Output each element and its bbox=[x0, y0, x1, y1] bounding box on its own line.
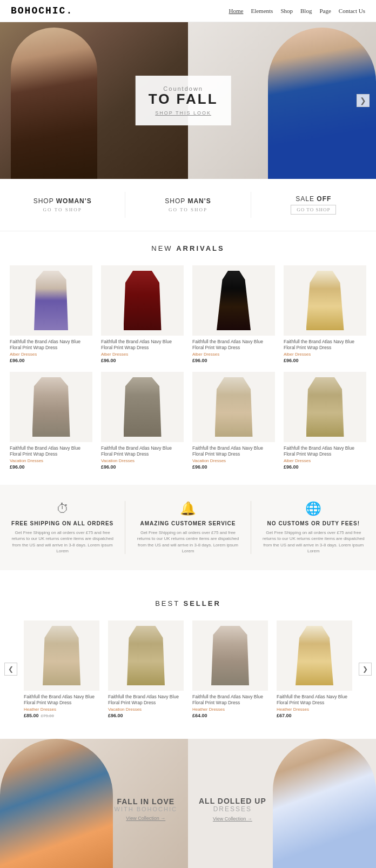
feature-2: 🌐 NO CUSTOMS OR DUTY FEES! Get Free Ship… bbox=[251, 501, 376, 554]
dress-visual-5 bbox=[124, 377, 162, 437]
features-section: ⏱ FREE SHIPPING ON ALL ORDRES Get Free S… bbox=[0, 485, 376, 570]
nav-link-shop[interactable]: Shop bbox=[280, 8, 293, 14]
hero-next-arrow[interactable]: ❯ bbox=[357, 94, 370, 107]
new-arrival-product-3[interactable]: Faithfull the Brand Atlas Navy Blue Flor… bbox=[279, 261, 371, 368]
feature-icon-2: 🌐 bbox=[262, 501, 365, 516]
banner-left-link[interactable]: View Collection → bbox=[115, 816, 177, 821]
shop-categories: SHOP WOMAN'S GO TO SHOP SHOP MAN'S GO TO… bbox=[0, 179, 376, 231]
bestseller-category-0[interactable]: Heather Dresses bbox=[24, 707, 99, 712]
product-price-6: £96.00 bbox=[192, 464, 275, 470]
bestseller-price-1: £96.00 bbox=[108, 713, 184, 718]
bestseller-category-2[interactable]: Heather Dresses bbox=[192, 707, 268, 712]
bestseller-name-2: Faithfull the Brand Atlas Navy Blue Flor… bbox=[192, 694, 268, 706]
bestseller-name-3: Faithfull the Brand Atlas Navy Blue Flor… bbox=[277, 694, 352, 706]
banner-section: FALL IN LOVE WITH BOHOCHIC View Collecti… bbox=[0, 739, 376, 868]
feature-title-1: AMAZING CUSTOMER SERVICE bbox=[136, 520, 239, 526]
product-category-1[interactable]: Alber Dresses bbox=[101, 352, 184, 357]
bestseller-product-3[interactable]: Faithfull the Brand Atlas Navy Blue Flor… bbox=[272, 616, 357, 723]
product-category-0[interactable]: Alber Dresses bbox=[10, 352, 92, 357]
product-image-5 bbox=[101, 372, 184, 442]
banner-left-brand: WITH BOHOCHIC bbox=[115, 806, 177, 812]
new-arrivals-section: NEW ARRIVALS Faithfull the Brand Atlas N… bbox=[0, 231, 376, 474]
feature-title-2: NO CUSTOMS OR DUTY FEES! bbox=[262, 520, 365, 526]
product-name-4: Faithfull the Brand Atlas Navy Blue Flor… bbox=[10, 445, 92, 457]
womans-link[interactable]: GO TO SHOP bbox=[11, 207, 114, 212]
dress-visual-2 bbox=[215, 271, 253, 330]
banner-right-title: ALL DOLLED UP bbox=[199, 797, 266, 805]
product-category-6[interactable]: Vacation Dresses bbox=[192, 458, 275, 463]
new-arrival-product-0[interactable]: Faithfull the Brand Atlas Navy Blue Flor… bbox=[5, 261, 97, 368]
banner-right-link[interactable]: View Collection → bbox=[199, 816, 266, 822]
slider-prev-arrow[interactable]: ❮ bbox=[4, 663, 17, 676]
new-arrival-product-7[interactable]: Faithfull the Brand Atlas Navy Blue Flor… bbox=[279, 368, 371, 474]
product-price-0: £96.00 bbox=[10, 358, 92, 363]
feature-desc-1: Get Free Shipping on all orders over £75… bbox=[136, 530, 239, 554]
nav-link-contact-us[interactable]: Contact Us bbox=[339, 8, 365, 14]
navbar: BOHOCHIC. HomeElementsShopBlogPageContac… bbox=[0, 0, 376, 22]
banner-right-sub: DRESSES bbox=[199, 805, 266, 813]
product-price-3: £96.00 bbox=[284, 358, 366, 363]
product-category-3[interactable]: Alber Dresses bbox=[284, 352, 366, 357]
sale-title: SALE OFF bbox=[262, 195, 365, 203]
sale-button[interactable]: GO TO SHOP bbox=[291, 205, 336, 215]
hero-banner: Countdown TO FALL SHOP THIS LOOK ❯ bbox=[0, 22, 376, 179]
bestseller-dress-0 bbox=[43, 626, 80, 685]
hero-model-left bbox=[11, 28, 97, 179]
mans-link[interactable]: GO TO SHOP bbox=[136, 207, 239, 212]
bestseller-category-3[interactable]: Heather Dresses bbox=[277, 707, 352, 712]
dress-visual-6 bbox=[215, 377, 253, 437]
feature-icon-1: 🔔 bbox=[136, 501, 239, 516]
hero-countdown-big: TO FALL bbox=[149, 92, 218, 106]
dress-visual-0 bbox=[32, 271, 70, 330]
feature-1: 🔔 AMAZING CUSTOMER SERVICE Get Free Ship… bbox=[125, 501, 251, 554]
old-price-0: £79.00 bbox=[41, 713, 54, 718]
bestseller-product-1[interactable]: Faithfull the Brand Atlas Navy Blue Flor… bbox=[104, 616, 188, 723]
product-category-5[interactable]: Vacation Dresses bbox=[101, 458, 184, 463]
bestseller-dress-3 bbox=[296, 626, 333, 685]
bestseller-product-0[interactable]: Faithfull the Brand Atlas Navy Blue Flor… bbox=[19, 616, 104, 723]
bestseller-price-3: £67.00 bbox=[277, 713, 352, 718]
banner-right-model bbox=[273, 739, 376, 868]
new-arrival-product-1[interactable]: Faithfull the Brand Atlas Navy Blue Flor… bbox=[97, 261, 188, 368]
dress-visual-3 bbox=[306, 271, 344, 330]
hero-text-box: Countdown TO FALL SHOP THIS LOOK bbox=[136, 76, 231, 125]
shop-category-mans: SHOP MAN'S GO TO SHOP bbox=[125, 192, 251, 218]
product-category-2[interactable]: Alber Dresses bbox=[192, 352, 275, 357]
product-category-4[interactable]: Vacation Dresses bbox=[10, 458, 92, 463]
bestseller-product-2[interactable]: Faithfull the Brand Atlas Navy Blue Flor… bbox=[188, 616, 272, 723]
nav-link-elements[interactable]: Elements bbox=[251, 8, 273, 14]
bestseller-dress-2 bbox=[211, 626, 249, 685]
bestseller-category-1[interactable]: Vacation Dresses bbox=[108, 707, 184, 712]
banner-dolled-up: ALL DOLLED UP DRESSES View Collection → bbox=[188, 739, 376, 868]
new-arrival-product-6[interactable]: Faithfull the Brand Atlas Navy Blue Flor… bbox=[188, 368, 279, 474]
feature-0: ⏱ FREE SHIPPING ON ALL ORDRES Get Free S… bbox=[0, 501, 125, 554]
shop-category-womans: SHOP WOMAN'S GO TO SHOP bbox=[0, 192, 125, 218]
bestseller-image-2 bbox=[192, 620, 268, 691]
best-seller-title: BEST SELLER bbox=[0, 586, 376, 616]
nav-link-home[interactable]: Home bbox=[229, 8, 244, 14]
banner-left-text: FALL IN LOVE WITH BOHOCHIC View Collecti… bbox=[115, 797, 177, 821]
product-name-7: Faithfull the Brand Atlas Navy Blue Flor… bbox=[284, 445, 366, 457]
banner-right-text: ALL DOLLED UP DRESSES View Collection → bbox=[199, 797, 266, 822]
logo[interactable]: BOHOCHIC. bbox=[11, 5, 73, 16]
product-name-0: Faithfull the Brand Atlas Navy Blue Flor… bbox=[10, 339, 92, 351]
bestseller-image-1 bbox=[108, 620, 184, 691]
new-arrival-product-2[interactable]: Faithfull the Brand Atlas Navy Blue Flor… bbox=[188, 261, 279, 368]
hero-shop-link[interactable]: SHOP THIS LOOK bbox=[149, 110, 218, 116]
dress-visual-1 bbox=[124, 271, 162, 330]
new-arrival-product-4[interactable]: Faithfull the Brand Atlas Navy Blue Flor… bbox=[5, 368, 97, 474]
new-arrival-product-5[interactable]: Faithfull the Brand Atlas Navy Blue Flor… bbox=[97, 368, 188, 474]
product-image-1 bbox=[101, 265, 184, 336]
dress-visual-7 bbox=[306, 377, 344, 437]
bestseller-slider: ❮ Faithfull the Brand Atlas Navy Blue Fl… bbox=[0, 616, 376, 723]
product-category-7[interactable]: Alber Dresses bbox=[284, 458, 366, 463]
banner-fall-in-love: FALL IN LOVE WITH BOHOCHIC View Collecti… bbox=[0, 739, 188, 868]
feature-desc-0: Get Free Shipping on all orders over £75… bbox=[11, 530, 114, 554]
feature-icon-0: ⏱ bbox=[11, 501, 114, 516]
nav-links: HomeElementsShopBlogPageContact Us bbox=[229, 8, 365, 14]
nav-link-blog[interactable]: Blog bbox=[300, 8, 312, 14]
nav-link-page[interactable]: Page bbox=[319, 8, 331, 14]
bestseller-price-0: £85.00£79.00 bbox=[24, 713, 99, 718]
slider-next-arrow[interactable]: ❯ bbox=[359, 663, 372, 676]
product-image-3 bbox=[284, 265, 366, 336]
